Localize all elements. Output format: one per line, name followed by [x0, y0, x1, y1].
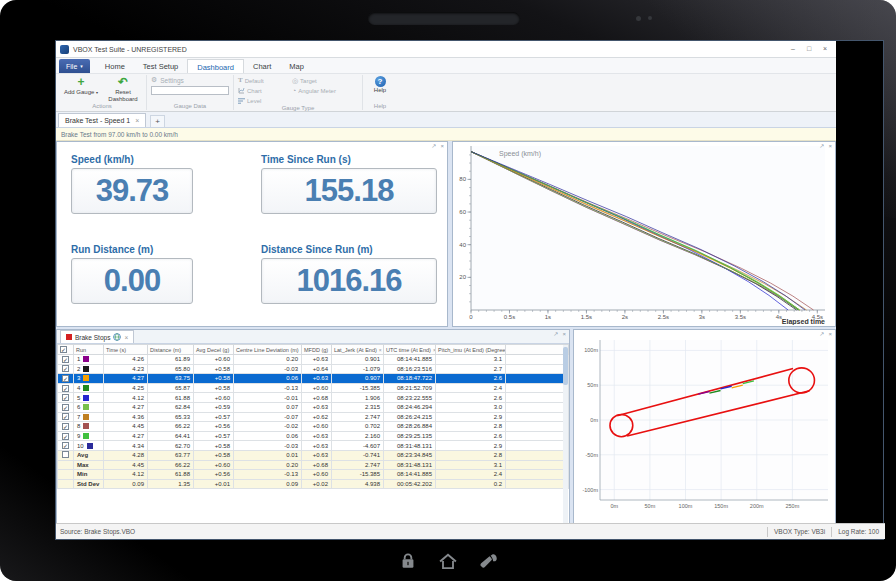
table-cell: 08:16:23.516: [384, 364, 436, 374]
table-cell: 0.20: [234, 460, 302, 470]
stats-row-avg: Avg4.2863.77+0.580.01+0.63-0.74108:23:34…: [58, 450, 569, 460]
table-cell: 0.2: [436, 479, 506, 489]
table-row-run-1[interactable]: ✓14.2661.89+0.600.20+0.630.90108:14:41.8…: [58, 355, 569, 365]
table-cell: 2.8: [436, 422, 506, 432]
row-checkbox[interactable]: ✓: [62, 413, 69, 420]
row-checkbox[interactable]: [62, 451, 69, 458]
table-cell: 0.06: [234, 431, 302, 441]
table-cell: 08:29:25.135: [384, 431, 436, 441]
red-square-icon: [66, 334, 72, 340]
table-cell: 4.26: [104, 355, 148, 365]
table-cell: 4.12: [104, 470, 148, 480]
gauge-panel: ↗ × Speed (km/h)39.73Time Since Run (s)1…: [56, 141, 448, 327]
column-header-lat-jerk-at-end-[interactable]: Lat_Jerk (At End)×: [332, 345, 384, 355]
maximize-button[interactable]: □: [802, 43, 816, 55]
table-row-run-6[interactable]: ✓64.2762.84+0.590.07+0.632.31508:24:46.2…: [58, 402, 569, 412]
row-checkbox[interactable]: ✓: [62, 433, 69, 440]
column-header-mfdd-g-[interactable]: MFDD (g): [302, 345, 332, 355]
column-header-distance-m-[interactable]: Distance (m): [148, 345, 194, 355]
row-checkbox[interactable]: ✓: [62, 442, 69, 449]
table-cell: 1.35: [148, 479, 194, 489]
svg-text:150m: 150m: [714, 503, 728, 509]
reset-dashboard-button[interactable]: ↶ Reset Dashboard: [104, 76, 142, 102]
table-cell: 66.22: [148, 422, 194, 432]
table-cell: +0.58: [194, 364, 234, 374]
close-panel-icon[interactable]: ×: [440, 143, 444, 150]
row-checkbox[interactable]: ✓: [62, 375, 69, 382]
add-tab-button[interactable]: +: [150, 115, 165, 127]
table-row-run-9[interactable]: ✓94.2764.41+0.570.06+0.632.16008:29:25.1…: [58, 431, 569, 441]
row-checkbox[interactable]: ✓: [60, 346, 67, 353]
row-checkbox[interactable]: ✓: [62, 385, 69, 392]
ribbon-tab-test-setup[interactable]: Test Setup: [134, 59, 187, 73]
expand-panel-icon[interactable]: ↗: [819, 331, 824, 338]
run-number: 6: [74, 402, 104, 412]
file-menu-button[interactable]: File ▾: [59, 59, 90, 73]
close-panel-icon[interactable]: ×: [562, 331, 566, 338]
table-row-run-4[interactable]: ✓44.2565.87+0.58-0.13+0.60-15.38508:21:5…: [58, 383, 569, 393]
close-tab-icon[interactable]: ×: [135, 117, 139, 124]
column-header-pitch-imu-at-end-degrees-[interactable]: Pitch_imu (At End) (Degrees)×: [436, 345, 506, 355]
table-cell: +0.63: [302, 431, 332, 441]
table-scrollbar[interactable]: [563, 345, 568, 523]
table-row-run-8[interactable]: ✓84.4566.22+0.56-0.02+0.600.70208:28:26.…: [58, 422, 569, 432]
table-cell: 65.80: [148, 364, 194, 374]
row-checkbox[interactable]: ✓: [62, 356, 69, 363]
row-checkbox[interactable]: ✓: [62, 423, 69, 430]
table-cell: 0.20: [234, 355, 302, 365]
gauge-label: Time Since Run (s): [261, 154, 437, 165]
close-button[interactable]: ×: [818, 43, 832, 55]
add-gauge-button[interactable]: + Add Gauge ▾: [62, 76, 100, 97]
ribbon-tab-chart[interactable]: Chart: [244, 59, 280, 73]
table-row-run-2[interactable]: ✓24.2365.80+0.58-0.03+0.64-1.07908:16:23…: [58, 364, 569, 374]
close-panel-icon[interactable]: ×: [828, 143, 832, 150]
run-number: 8: [74, 422, 104, 432]
lock-icon[interactable]: [398, 551, 418, 571]
table-row-run-7[interactable]: ✓74.3665.33+0.57-0.07+0.622.74708:26:24.…: [58, 412, 569, 422]
run-color-swatch: [83, 414, 89, 420]
settings-button: ⚙ Settings: [151, 76, 184, 84]
column-header-utc-time-at-end-[interactable]: UTC time (At End)×: [384, 345, 436, 355]
expand-panel-icon[interactable]: ↗: [553, 331, 558, 338]
table-cell: 08:14:41.885: [384, 470, 436, 480]
gauge-value: 0.00: [71, 258, 193, 304]
group-label-gauge-type: Gauge Type: [238, 105, 358, 112]
table-row-run-10[interactable]: ✓104.3462.70+0.58-0.03+0.63-4.60708:31:4…: [58, 441, 569, 451]
doc-tab-brake-test-speed-1[interactable]: Brake Test - Speed 1 ×: [58, 113, 146, 127]
group-label-help: Help: [367, 103, 393, 110]
ribbon-tab-dashboard[interactable]: Dashboard: [187, 59, 244, 73]
close-tab-icon[interactable]: ×: [124, 334, 128, 341]
column-header-run[interactable]: Run: [74, 345, 104, 355]
row-checkbox[interactable]: ✓: [62, 394, 69, 401]
table-cell: 4.45: [104, 460, 148, 470]
row-checkbox[interactable]: ✓: [62, 404, 69, 411]
help-button[interactable]: ? Help: [367, 76, 393, 94]
expand-panel-icon[interactable]: ↗: [819, 143, 824, 150]
column-header-avg-decel-g-[interactable]: Avg Decel (g): [194, 345, 234, 355]
table-cell: +0.68: [302, 393, 332, 403]
phone-icon[interactable]: [478, 551, 498, 571]
column-header-centre-line-deviation-m-[interactable]: Centre Line Deviation (m): [234, 345, 302, 355]
gauge-type-target-button: ◎ Target: [292, 76, 358, 85]
remove-column-icon[interactable]: ×: [379, 347, 382, 353]
table-cell: -4.607: [332, 441, 384, 451]
ribbon-tab-home[interactable]: Home: [96, 59, 134, 73]
expand-panel-icon[interactable]: ↗: [431, 143, 436, 150]
table-cell: +0.63: [302, 441, 332, 451]
svg-text:-100m: -100m: [582, 487, 598, 493]
table-cell: 4.23: [104, 364, 148, 374]
text-style-icon: T: [238, 77, 243, 84]
close-panel-icon[interactable]: ×: [828, 331, 832, 338]
table-row-run-5[interactable]: ✓54.1261.88+0.60-0.01+0.681.90608:23:22.…: [58, 393, 569, 403]
ribbon-tab-map[interactable]: Map: [280, 59, 313, 73]
run-number: 3: [74, 374, 104, 384]
angular-meter-icon: ◔: [292, 87, 296, 94]
scrollbar-thumb[interactable]: [563, 347, 568, 385]
table-row-run-3[interactable]: ✓34.2763.75+0.580.06+0.630.90708:18:47.7…: [58, 374, 569, 384]
brake-stops-tab[interactable]: Brake Stops ×: [60, 330, 134, 343]
home-icon[interactable]: [438, 551, 458, 571]
row-checkbox[interactable]: ✓: [62, 365, 69, 372]
gauge-data-input[interactable]: [151, 86, 229, 95]
column-header-time-s-[interactable]: Time (s): [104, 345, 148, 355]
minimize-button[interactable]: –: [786, 43, 800, 55]
